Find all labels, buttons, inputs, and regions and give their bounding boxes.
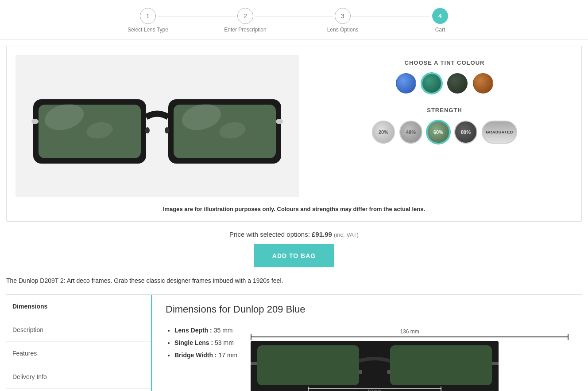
svg-rect-13 — [257, 345, 359, 385]
dim-val-2: 17 mm — [218, 352, 237, 359]
dimension-lens-depth: Lens Depth : 35 mm — [174, 324, 237, 336]
dim-key-2: Bridge Width : — [174, 352, 217, 359]
tab-dimensions[interactable]: Dimensions — [6, 295, 151, 318]
dim-val-0: 35 mm — [214, 327, 233, 334]
disclaimer: Images are for illustration purposes onl… — [15, 206, 573, 212]
glasses-diagram-svg: 53 mm — [251, 341, 499, 391]
svg-point-11 — [165, 127, 169, 133]
step-3-circle: 3 — [335, 8, 351, 24]
tint-colour-title: CHOOSE A TINT COLOUR — [317, 59, 573, 66]
tab-sidebar: Dimensions Description Features Delivery… — [6, 295, 152, 391]
step-3[interactable]: 3 Lens Options — [294, 8, 391, 33]
ruler-label: 136 mm — [251, 328, 569, 335]
product-container: CHOOSE A TINT COLOUR STRENGTH 20% 40% 60… — [6, 46, 582, 222]
svg-point-9 — [276, 119, 283, 124]
glasses-image — [29, 73, 286, 179]
svg-text:53 mm: 53 mm — [368, 389, 382, 391]
ruler-bar — [251, 336, 569, 337]
tab-features[interactable]: Features — [6, 342, 151, 365]
svg-rect-18 — [492, 362, 499, 365]
step-3-label: Lens Options — [327, 27, 359, 33]
strength-swatches: 20% 40% 60% 80% GRADUATED — [317, 121, 573, 144]
color-swatch-teal[interactable] — [422, 73, 442, 94]
stepper: 1 Select Lens Type 2 Enter Prescription … — [0, 0, 588, 39]
svg-point-10 — [145, 127, 150, 133]
dim-key-0: Lens Depth : — [174, 327, 212, 334]
svg-point-15 — [359, 370, 362, 374]
strength-title: STRENGTH — [317, 107, 573, 113]
tab-description[interactable]: Description — [6, 318, 151, 342]
strength-graduated-label: GRADUATED — [486, 130, 513, 134]
step-4-circle: 4 — [432, 8, 448, 24]
strength-20-label: 20% — [379, 129, 388, 135]
options-area: CHOOSE A TINT COLOUR STRENGTH 20% 40% 60… — [317, 55, 573, 197]
step-4[interactable]: 4 Cart — [391, 8, 489, 33]
color-swatch-brown[interactable] — [473, 73, 493, 94]
step-4-label: Cart — [435, 27, 445, 33]
strength-80-label: 80% — [461, 129, 471, 135]
strength-80[interactable]: 80% — [454, 121, 477, 144]
dimension-bridge-width: Bridge Width : 17 mm — [174, 349, 237, 361]
svg-rect-14 — [390, 345, 492, 385]
color-swatches — [317, 73, 573, 94]
dim-key-1: Single Lens : — [174, 339, 213, 346]
tab-delivery[interactable]: Delivery Info — [6, 365, 151, 389]
product-description: The Dunlop D209T 2: Art deco frames. Gra… — [6, 276, 582, 285]
price-label: Price with selected options: — [229, 231, 310, 238]
dimensions-list: Lens Depth : 35 mm Single Lens : 53 mm B… — [166, 324, 237, 361]
tabs-area: Dimensions Description Features Delivery… — [6, 294, 582, 391]
step-2-label: Enter Prescription — [224, 27, 266, 33]
strength-60-label: 60% — [433, 129, 443, 135]
step-1[interactable]: 1 Select Lens Type — [99, 8, 197, 33]
price-vat: (inc. VAT) — [334, 231, 359, 238]
product-inner: CHOOSE A TINT COLOUR STRENGTH 20% 40% 60… — [15, 55, 573, 197]
dimensions-diagram: 136 mm — [251, 328, 569, 391]
color-swatch-blue[interactable] — [396, 73, 416, 94]
strength-20[interactable]: 20% — [372, 121, 395, 144]
product-image-area — [15, 55, 299, 197]
step-2[interactable]: 2 Enter Prescription — [197, 8, 294, 33]
step-1-label: Select Lens Type — [128, 27, 168, 33]
tab-content-dimensions: Dimensions for Dunlop 209 Blue Lens Dept… — [152, 295, 582, 391]
strength-60[interactable]: 60% — [427, 121, 450, 144]
strength-40[interactable]: 40% — [399, 121, 422, 144]
color-swatch-dark-green[interactable] — [447, 73, 468, 94]
strength-40-label: 40% — [406, 129, 416, 135]
step-2-circle: 2 — [237, 8, 253, 24]
dimension-single-lens: Single Lens : 53 mm — [174, 336, 237, 349]
ruler-line — [251, 336, 569, 337]
price-value: £91.99 — [312, 231, 332, 238]
strength-graduated[interactable]: GRADUATED — [482, 121, 517, 144]
step-1-circle: 1 — [140, 8, 156, 24]
svg-point-8 — [31, 119, 39, 124]
svg-rect-17 — [251, 362, 257, 365]
dim-val-1: 53 mm — [215, 339, 234, 346]
dimensions-title: Dimensions for Dunlop 209 Blue — [166, 304, 569, 315]
add-to-bag-button[interactable]: ADD TO BAG — [254, 244, 334, 267]
price-row: Price with selected options: £91.99 (inc… — [0, 231, 588, 238]
svg-point-16 — [387, 370, 391, 374]
